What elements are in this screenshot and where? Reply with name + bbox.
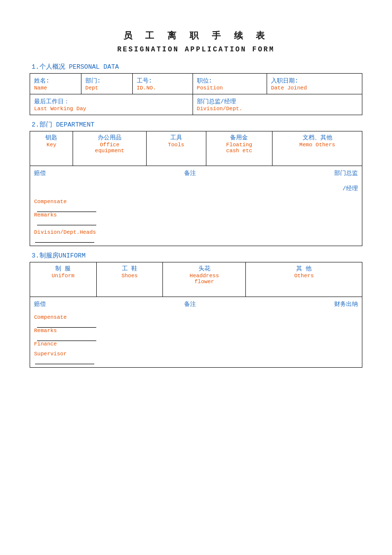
section-3-title: 3.制服房UNIFORM bbox=[30, 251, 362, 260]
memo-others-en1: Memo Others bbox=[275, 142, 359, 148]
uniform-table: 制 服 Uniform 工 鞋 Shoes 头花 Headdress flowe… bbox=[30, 262, 362, 368]
office-en1: Office bbox=[76, 142, 143, 148]
headdress-en1: Headdress bbox=[166, 273, 242, 279]
floating-en2: cash etc bbox=[209, 148, 270, 154]
supervisor-en: Supervisor bbox=[34, 351, 358, 357]
remarks-en: Remarks bbox=[34, 212, 358, 218]
department-table: 钥匙 Key 办公用品 Office equipment 工具 Tools 备用… bbox=[30, 131, 362, 246]
table-row: 赔偿 备注 部门总监 /经理 Compensate Remarks bbox=[30, 166, 362, 246]
compensate-remarks-cell: 赔偿 备注 部门总监 /经理 Compensate Remarks bbox=[30, 166, 362, 246]
section-3: 3.制服房UNIFORM 制 服 Uniform 工 鞋 Shoes 头花 He… bbox=[30, 251, 362, 368]
compensate-cn-s3: 赔偿 bbox=[34, 300, 46, 308]
finance-compensate-cell: 赔偿 备注 财务出纳 Compensate Remarks Finance bbox=[30, 297, 362, 368]
others-en: Others bbox=[249, 273, 359, 279]
uniform-cn: 制 服 bbox=[33, 264, 93, 273]
tools-col: 工具 Tools bbox=[146, 131, 206, 166]
shoes-col: 工 鞋 Shoes bbox=[96, 262, 163, 297]
section-2-title: 2.部门 DEPARTMENT bbox=[30, 120, 362, 129]
idno-label-cn: 工号: bbox=[137, 77, 189, 85]
dept-head-cn2: /经理 bbox=[334, 184, 358, 193]
date-joined-cell: 入职日期: Date Joined bbox=[267, 74, 362, 94]
name-cell: 姓名: Name bbox=[30, 74, 81, 94]
floating-cash-cn: 备用金 bbox=[209, 133, 270, 142]
title-english: RESIGNATION APPLICATION FORM bbox=[30, 45, 362, 53]
dept-cell: 部门: Dept bbox=[81, 74, 132, 94]
table-row: 最后工作日： Last Working Day 部门总监/经理 Division… bbox=[30, 94, 362, 115]
shoes-cn: 工 鞋 bbox=[100, 264, 160, 273]
name-label-cn: 姓名: bbox=[34, 77, 77, 85]
position-cell: 职位: Position bbox=[193, 74, 267, 94]
division-label-en: Division/Dept. bbox=[197, 106, 358, 112]
uniform-col: 制 服 Uniform bbox=[30, 262, 97, 297]
table-row: 姓名: Name 部门: Dept 工号: ID.NO. 职位: Positio… bbox=[30, 74, 362, 94]
compensate-en: Compensate bbox=[34, 199, 358, 205]
compensate-en-s3: Compensate bbox=[34, 314, 358, 320]
office-en2: equipment bbox=[76, 148, 143, 154]
memo-others-col: 文档、其他 Memo Others bbox=[273, 131, 362, 166]
title-chinese: 员 工 离 职 手 续 表 bbox=[30, 30, 362, 42]
memo-others-cn: 文档、其他 bbox=[275, 133, 359, 142]
finance-en-s3: Finance bbox=[34, 341, 358, 347]
personal-data-table: 姓名: Name 部门: Dept 工号: ID.NO. 职位: Positio… bbox=[30, 73, 362, 115]
tools-cn: 工具 bbox=[150, 133, 203, 142]
idno-cell: 工号: ID.NO. bbox=[132, 74, 193, 94]
last-working-day-cell: 最后工作日： Last Working Day bbox=[30, 94, 193, 115]
division-dept-cell: 部门总监/经理 Division/Dept. bbox=[193, 94, 362, 115]
remarks-cn: 备注 bbox=[184, 169, 196, 177]
shoes-en: Shoes bbox=[100, 273, 160, 279]
dept-label-cn: 部门: bbox=[85, 77, 128, 85]
remarks-cn-s3: 备注 bbox=[184, 300, 196, 308]
dept-label-en: Dept bbox=[85, 85, 128, 91]
tools-en1: Tools bbox=[150, 142, 203, 148]
section-1: 1.个人概况 PERSONAL DATA 姓名: Name 部门: Dept 工… bbox=[30, 62, 362, 115]
position-label-cn: 职位: bbox=[197, 77, 263, 85]
key-cn: 钥匙 bbox=[33, 133, 70, 142]
idno-label-en: ID.NO. bbox=[137, 85, 189, 91]
office-equipment-cn: 办公用品 bbox=[76, 133, 143, 142]
finance-cn: 财务出纳 bbox=[334, 300, 358, 308]
name-label-en: Name bbox=[34, 85, 77, 91]
dept-heads-en: Division/Dept.Heads bbox=[34, 229, 358, 235]
key-col: 钥匙 Key bbox=[30, 131, 73, 166]
headdress-col: 头花 Headdress flower bbox=[163, 262, 246, 297]
office-equipment-col: 办公用品 Office equipment bbox=[73, 131, 146, 166]
section-1-title: 1.个人概况 PERSONAL DATA bbox=[30, 62, 362, 71]
table-row: 赔偿 备注 财务出纳 Compensate Remarks Finance bbox=[30, 297, 362, 368]
division-label-cn: 部门总监/经理 bbox=[197, 97, 358, 106]
headdress-cn: 头花 bbox=[166, 264, 242, 273]
headdress-en2: flower bbox=[166, 279, 242, 285]
remarks-en-s3: Remarks bbox=[34, 328, 358, 334]
dept-head-cn: 部门总监 bbox=[334, 169, 358, 177]
section-2: 2.部门 DEPARTMENT 钥匙 Key 办公用品 Office equip… bbox=[30, 120, 362, 246]
floating-en1: Floating bbox=[209, 142, 270, 148]
date-joined-label-en: Date Joined bbox=[271, 85, 358, 91]
others-col: 其 他 Others bbox=[246, 262, 362, 297]
floating-cash-col: 备用金 Floating cash etc bbox=[206, 131, 273, 166]
others-cn: 其 他 bbox=[249, 264, 359, 273]
lwd-label-cn: 最后工作日： bbox=[34, 97, 189, 106]
date-joined-label-cn: 入职日期: bbox=[271, 77, 358, 85]
table-row: 制 服 Uniform 工 鞋 Shoes 头花 Headdress flowe… bbox=[30, 262, 362, 297]
lwd-label-en: Last Working Day bbox=[34, 106, 189, 112]
position-label-en: Position bbox=[197, 85, 263, 91]
compensate-cn: 赔偿 bbox=[34, 169, 46, 177]
key-en: Key bbox=[33, 142, 70, 148]
uniform-en: Uniform bbox=[33, 273, 93, 279]
table-row: 钥匙 Key 办公用品 Office equipment 工具 Tools 备用… bbox=[30, 131, 362, 166]
